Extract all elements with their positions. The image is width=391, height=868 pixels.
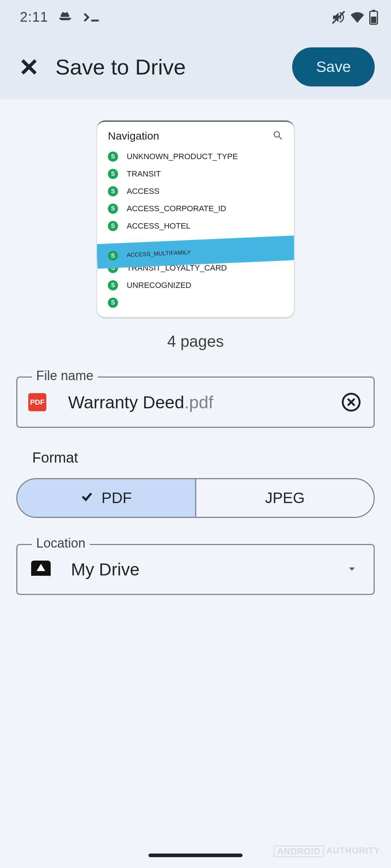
clear-filename-button[interactable]: [341, 392, 361, 412]
format-segmented-control: PDF JPEG: [16, 478, 375, 518]
filename-input[interactable]: Warranty Deed.pdf: [68, 392, 213, 412]
watermark: ANDROIDAUTHORITY: [274, 846, 380, 857]
status-time: 2:11: [20, 9, 48, 25]
list-item: S: [97, 294, 294, 311]
svg-point-7: [274, 132, 279, 137]
pdf-badge-icon: PDF: [28, 393, 46, 411]
wifi-icon: [350, 10, 365, 25]
location-label: Location: [32, 536, 90, 551]
cat-notification-icon: [58, 10, 73, 25]
list-item: SACCESS: [97, 183, 294, 200]
list-item: SUNRECOGNIZED: [97, 277, 294, 294]
svg-rect-4: [371, 16, 377, 23]
svg-rect-0: [91, 20, 99, 21]
terminal-notification-icon: [83, 10, 101, 25]
page-count-text: 4 pages: [16, 332, 375, 350]
location-field[interactable]: Location My Drive: [16, 544, 375, 595]
battery-icon: [369, 10, 378, 25]
check-icon: [80, 489, 93, 507]
list-item: SUNKNOWN_PRODUCT_TYPE: [97, 148, 294, 165]
navigation-handle[interactable]: [148, 854, 243, 857]
list-item: SACCESS_CORPORATE_ID: [97, 200, 294, 217]
list-item: SACCESS_HOTEL: [97, 217, 294, 235]
format-jpeg-button[interactable]: JPEG: [196, 479, 374, 517]
close-button[interactable]: [16, 54, 42, 80]
format-pdf-button[interactable]: PDF: [17, 479, 195, 517]
filename-field[interactable]: File name PDF Warranty Deed.pdf: [16, 376, 375, 428]
list-item: STRANSIT: [97, 165, 294, 183]
document-preview[interactable]: Navigation SUNKNOWN_PRODUCT_TYPE STRANSI…: [97, 120, 294, 317]
search-icon: [272, 130, 283, 142]
drive-icon: [31, 561, 51, 579]
chevron-down-icon[interactable]: [346, 563, 358, 576]
svg-rect-3: [372, 10, 375, 11]
location-value: My Drive: [71, 559, 139, 579]
page-title: Save to Drive: [55, 55, 186, 80]
svg-line-8: [279, 137, 282, 140]
filename-label: File name: [32, 368, 98, 383]
status-bar: 2:11: [0, 0, 391, 34]
format-label: Format: [32, 450, 375, 466]
mute-icon: [331, 10, 346, 25]
app-bar: Save to Drive Save: [0, 34, 391, 99]
preview-header-text: Navigation: [108, 130, 159, 142]
save-button[interactable]: Save: [292, 47, 375, 86]
